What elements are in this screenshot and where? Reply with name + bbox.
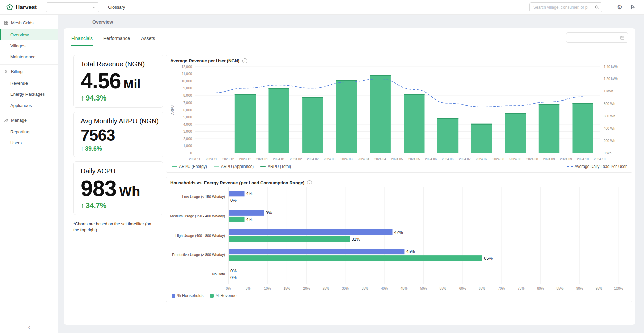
sidebar-item-reporting[interactable]: Reporting: [0, 126, 58, 137]
stats-column: Total Revenue (NGN) 4.56 Mil ↑ 94.3% Avg…: [73, 55, 163, 319]
svg-text:2024-10: 2024-10: [577, 157, 589, 161]
search-button[interactable]: [592, 2, 602, 12]
search-icon: [595, 5, 599, 10]
stat-title: Daily ACPU: [80, 167, 156, 175]
svg-text:2023-11: 2023-11: [206, 157, 217, 161]
sidebar-item-revenue[interactable]: Revenue: [0, 78, 58, 89]
svg-text:2024-05: 2024-05: [408, 157, 420, 161]
svg-text:2023-12: 2023-12: [239, 157, 251, 161]
stat-delta-value: 39.6%: [85, 145, 102, 152]
date-range-picker[interactable]: [566, 32, 628, 43]
sidebar-collapse-button[interactable]: ‹: [28, 324, 30, 330]
svg-text:4%: 4%: [246, 217, 253, 222]
svg-text:2024-07: 2024-07: [476, 157, 487, 161]
harvest-logo-icon: [6, 4, 13, 11]
households-revenue-chart-panel: Households vs. Energy Revenue (per Load …: [166, 177, 632, 302]
svg-text:45%: 45%: [400, 287, 407, 290]
stat-delta-value: 94.3%: [86, 94, 106, 103]
stat-delta: ↑ 39.6%: [80, 145, 156, 152]
legend-arpu-appliance[interactable]: ARPU (Appliance): [214, 164, 254, 169]
grid-selector-dropdown[interactable]: [46, 2, 99, 12]
svg-text:Low Usage (< 150 Wh/day): Low Usage (< 150 Wh/day): [182, 195, 225, 199]
svg-text:10,000: 10,000: [181, 79, 192, 83]
svg-text:65%: 65%: [479, 287, 485, 290]
sidebar-item-maintenance[interactable]: Maintenance: [0, 51, 58, 62]
legend-arpu-energy[interactable]: ARPU (Energy): [172, 164, 207, 169]
svg-text:200 Wh: 200 Wh: [604, 139, 615, 143]
brand-logo: Harvest: [6, 4, 46, 11]
svg-text:42%: 42%: [394, 230, 403, 235]
svg-text:31%: 31%: [352, 237, 360, 242]
svg-text:2024-02: 2024-02: [307, 157, 319, 161]
svg-text:6,000: 6,000: [183, 108, 192, 112]
sidebar-header-billing[interactable]: Billing: [0, 65, 58, 78]
sidebar-section-mesh-grids: Mesh Grids Overview Villages Maintenance: [0, 16, 58, 64]
svg-text:2023-12: 2023-12: [222, 157, 234, 161]
settings-button[interactable]: ⚙: [614, 2, 625, 12]
svg-text:70%: 70%: [498, 287, 505, 290]
chevron-down-icon: [92, 5, 96, 9]
breadcrumb: Overview: [58, 15, 644, 28]
svg-text:5%: 5%: [246, 287, 251, 290]
sidebar-header-manage[interactable]: Manage: [0, 114, 58, 126]
arrow-up-icon: ↑: [80, 145, 84, 152]
stat-unit: Wh: [119, 184, 140, 198]
svg-text:1 kWh: 1 kWh: [604, 89, 613, 93]
svg-text:95%: 95%: [596, 287, 602, 290]
svg-text:0%: 0%: [230, 198, 237, 203]
tab-financials[interactable]: Financials: [71, 30, 93, 46]
svg-text:90%: 90%: [576, 287, 583, 290]
legend-marker: [172, 294, 175, 298]
svg-text:75%: 75%: [518, 287, 524, 290]
tab-performance[interactable]: Performance: [103, 30, 131, 46]
households-revenue-chart-title: Households vs. Energy Revenue (per Load …: [170, 180, 304, 185]
sidebar-item-energy-packages[interactable]: Energy Packages: [0, 89, 58, 100]
legend-marker: [260, 166, 266, 167]
households-revenue-chart[interactable]: 0%5%10%15%20%25%30%35%40%45%50%55%60%65%…: [170, 186, 629, 292]
sidebar-item-appliances[interactable]: Appliances: [0, 100, 58, 111]
info-icon[interactable]: i: [307, 180, 312, 185]
logout-button[interactable]: [628, 2, 638, 12]
legend-marker: [172, 166, 177, 167]
svg-text:2024-04: 2024-04: [358, 157, 369, 161]
arrow-up-icon: ↑: [80, 201, 84, 210]
legend-revenue[interactable]: % Revenue: [210, 293, 236, 298]
dollar-icon: [4, 69, 8, 74]
stat-value: 4.56: [80, 70, 121, 92]
sidebar-item-overview[interactable]: Overview: [0, 29, 58, 40]
legend-avg-daily-load[interactable]: Average Daily Load Per User: [567, 164, 627, 169]
dashboard-body: Total Revenue (NGN) 4.56 Mil ↑ 94.3% Avg…: [64, 46, 635, 325]
svg-text:0%: 0%: [226, 287, 231, 290]
sidebar-header-mesh-grids[interactable]: Mesh Grids: [0, 17, 58, 29]
stat-card-total-revenue: Total Revenue (NGN) 4.56 Mil ↑ 94.3%: [73, 55, 163, 108]
svg-text:2023-11: 2023-11: [189, 157, 200, 161]
svg-text:40%: 40%: [381, 287, 388, 290]
tab-assets[interactable]: Assets: [140, 30, 156, 46]
stat-delta-value: 34.7%: [86, 201, 106, 210]
arpu-chart[interactable]: 01,0002,0003,0004,0005,0006,0007,0008,00…: [170, 64, 629, 163]
svg-text:2024-03: 2024-03: [341, 157, 353, 161]
stat-delta: ↑ 34.7%: [80, 201, 156, 210]
svg-text:1,000: 1,000: [183, 144, 192, 148]
legend-households[interactable]: % Households: [172, 293, 203, 298]
glossary-link[interactable]: Glossary: [108, 5, 125, 10]
svg-text:2024-08: 2024-08: [509, 157, 521, 161]
svg-text:9%: 9%: [266, 210, 272, 215]
stat-value: 983: [80, 177, 116, 200]
search-input[interactable]: [529, 2, 592, 12]
svg-text:30%: 30%: [342, 287, 349, 290]
svg-text:ARPU: ARPU: [171, 105, 174, 115]
svg-text:600 Wh: 600 Wh: [604, 114, 615, 118]
svg-text:4,000: 4,000: [183, 123, 192, 126]
svg-text:2,000: 2,000: [183, 137, 192, 141]
svg-text:2024-10: 2024-10: [594, 157, 606, 161]
legend-arpu-total[interactable]: ARPU (Total): [260, 164, 291, 169]
sidebar-item-users[interactable]: Users: [0, 137, 58, 148]
info-icon[interactable]: i: [242, 58, 247, 63]
svg-text:Productive Usage (> 800 Wh/day: Productive Usage (> 800 Wh/day): [172, 253, 225, 257]
svg-text:12,000: 12,000: [181, 65, 192, 69]
svg-text:0: 0: [190, 151, 192, 155]
svg-text:2024-05: 2024-05: [391, 157, 403, 161]
sidebar-item-villages[interactable]: Villages: [0, 40, 58, 51]
stat-card-daily-acpu: Daily ACPU 983 Wh ↑ 34.7%: [73, 161, 163, 215]
